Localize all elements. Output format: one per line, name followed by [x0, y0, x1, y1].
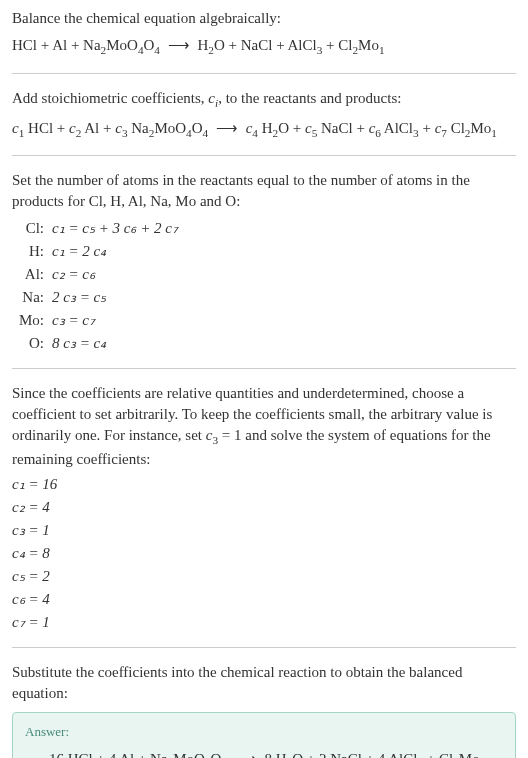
atom-row: O: 8 c₃ = c₄ — [16, 333, 516, 354]
coeff-row: c₂ = 4 — [12, 497, 516, 518]
arrow-icon: ⟶ — [216, 120, 238, 136]
intro-text-2: Add stoichiometric coefficients, ci, to … — [12, 88, 516, 112]
coefficient-list: c₁ = 16 c₂ = 4 c₃ = 1 c₄ = 8 c₅ = 2 c₆ =… — [12, 474, 516, 633]
atom-equation: c₂ = c₆ — [52, 264, 516, 285]
stoich-section: Add stoichiometric coefficients, ci, to … — [12, 88, 516, 142]
coeff-row: c₇ = 1 — [12, 612, 516, 633]
atom-row: Al: c₂ = c₆ — [16, 264, 516, 285]
atom-row: Na: 2 c₃ = c₅ — [16, 287, 516, 308]
coeff-row: c₁ = 16 — [12, 474, 516, 495]
atom-row: Mo: c₃ = c₇ — [16, 310, 516, 331]
unbalanced-equation: HCl + Al + Na2MoO4O4 ⟶ H2O + NaCl + AlCl… — [12, 35, 516, 59]
atom-equation: c₃ = c₇ — [52, 310, 516, 331]
divider — [12, 368, 516, 369]
atom-equation: 8 c₃ = c₄ — [52, 333, 516, 354]
intro-text-5: Substitute the coefficients into the che… — [12, 662, 516, 704]
intro-text-4: Since the coefficients are relative quan… — [12, 383, 516, 470]
intro-balance: Balance the chemical equation algebraica… — [12, 8, 516, 59]
divider — [12, 647, 516, 648]
substitute-section: Substitute the coefficients into the che… — [12, 662, 516, 758]
atom-equation: c₁ = c₅ + 3 c₆ + 2 c₇ — [52, 218, 516, 239]
balanced-equation: 16 HCl + 4 Al + Na2MoO4O4 ⟶ 8 H2O + 2 Na… — [25, 749, 503, 758]
arrow-icon: ⟶ — [235, 751, 257, 758]
stoich-equation: c1 HCl + c2 Al + c3 Na2MoO4O4 ⟶ c4 H2O +… — [12, 118, 516, 142]
divider — [12, 73, 516, 74]
intro-text-3: Set the number of atoms in the reactants… — [12, 170, 516, 212]
arrow-icon: ⟶ — [168, 37, 190, 53]
atom-row: Cl: c₁ = c₅ + 3 c₆ + 2 c₇ — [16, 218, 516, 239]
coeff-row: c₃ = 1 — [12, 520, 516, 541]
coeff-row: c₅ = 2 — [12, 566, 516, 587]
coeff-row: c₆ = 4 — [12, 589, 516, 610]
atom-label: Al: — [16, 264, 52, 285]
answer-box: Answer: 16 HCl + 4 Al + Na2MoO4O4 ⟶ 8 H2… — [12, 712, 516, 758]
answer-label: Answer: — [25, 723, 503, 741]
intro-text-1: Balance the chemical equation algebraica… — [12, 8, 516, 29]
atom-label: Na: — [16, 287, 52, 308]
atom-equation: 2 c₃ = c₅ — [52, 287, 516, 308]
coeff-row: c₄ = 8 — [12, 543, 516, 564]
atom-equation: c₁ = 2 c₄ — [52, 241, 516, 262]
solve-section: Since the coefficients are relative quan… — [12, 383, 516, 633]
atom-label: Cl: — [16, 218, 52, 239]
atom-row: H: c₁ = 2 c₄ — [16, 241, 516, 262]
divider — [12, 155, 516, 156]
atom-label: H: — [16, 241, 52, 262]
atom-label: Mo: — [16, 310, 52, 331]
atom-label: O: — [16, 333, 52, 354]
atom-balance-section: Set the number of atoms in the reactants… — [12, 170, 516, 354]
atom-balance-table: Cl: c₁ = c₅ + 3 c₆ + 2 c₇ H: c₁ = 2 c₄ A… — [16, 218, 516, 354]
